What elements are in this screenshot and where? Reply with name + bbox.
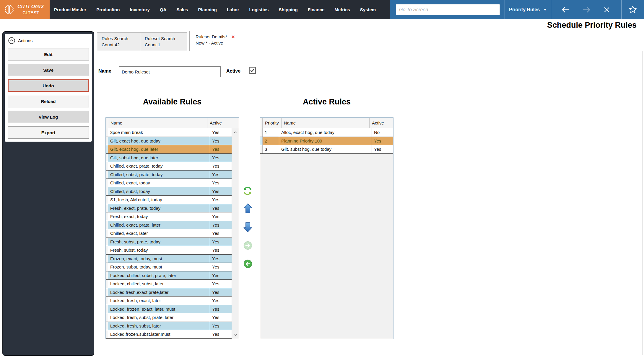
rule-name-cell[interactable]: Frozen, exact, today, must	[108, 255, 210, 263]
nav-menu-item[interactable]: Finance	[308, 7, 325, 12]
nav-menu-item[interactable]: Metrics	[334, 7, 350, 12]
rule-name-cell[interactable]: Gilt, exact hog, due today	[108, 137, 210, 145]
column-header-name[interactable]: Name	[108, 118, 207, 128]
move-up-icon[interactable]	[243, 203, 252, 213]
active-checkbox[interactable]	[249, 67, 256, 74]
available-rule-row[interactable]: Chilled, exact, prate, later Yes	[106, 221, 232, 230]
rule-active-cell[interactable]: Yes	[210, 238, 232, 246]
available-rule-row[interactable]: S1, fresh, AM cutoff, today Yes	[106, 196, 232, 204]
rule-active-cell[interactable]: Yes	[210, 171, 232, 179]
available-rule-row[interactable]: Chilled, exact, today Yes	[106, 179, 232, 187]
rule-active-cell[interactable]: Yes	[210, 212, 232, 221]
tab-ruleset-search[interactable]: Ruleset Search Count 1	[140, 32, 187, 51]
nav-menu-item[interactable]: Labor	[227, 7, 239, 12]
action-button[interactable]: Save	[8, 64, 89, 76]
available-rule-row[interactable]: Gilt, exact hog, due today Yes	[106, 137, 232, 145]
nav-menu-item[interactable]: Sales	[176, 7, 188, 12]
nav-menu-item[interactable]: System	[360, 7, 376, 12]
rule-active-cell[interactable]: Yes	[210, 154, 232, 162]
available-rule-row[interactable]: Frozen, subst, today, must Yes	[106, 263, 232, 271]
action-button[interactable]: Edit	[8, 48, 89, 60]
rule-name-cell[interactable]: Fresh, subst, prate, today	[108, 238, 210, 246]
rule-name-cell[interactable]: Alloc, exact hog, due today	[279, 128, 372, 137]
rule-name-cell[interactable]: S1, fresh, AM cutoff, today	[108, 196, 210, 204]
rule-name-cell[interactable]: Locked,frozen,subst,later,must	[108, 330, 210, 338]
rule-active-cell[interactable]: Yes	[372, 145, 393, 153]
available-rule-row[interactable]: Frozen, exact, today, must Yes	[106, 255, 232, 263]
close-icon[interactable]	[601, 4, 613, 16]
action-button[interactable]: Undo	[8, 79, 89, 92]
column-header-active[interactable]: Active	[370, 118, 393, 128]
nav-menu-item[interactable]: Planning	[198, 7, 217, 12]
forward-arrow-icon[interactable]	[580, 4, 592, 16]
move-down-icon[interactable]	[243, 222, 252, 232]
available-rule-row[interactable]: Locked,frozen,subst,later,must Yes	[106, 330, 232, 339]
back-arrow-icon[interactable]	[560, 4, 572, 16]
available-rule-row[interactable]: Fresh, subst, today Yes	[106, 246, 232, 255]
goto-screen-input[interactable]	[396, 4, 500, 15]
rule-name-cell[interactable]: Chilled, exact, prate, later	[108, 221, 210, 229]
available-rule-row[interactable]: Chilled, exact, later Yes	[106, 229, 232, 238]
rule-name-cell[interactable]: Locked, frozen, exact, later, must	[108, 305, 210, 313]
rule-active-cell[interactable]: Yes	[210, 271, 232, 280]
rule-name-cell[interactable]: Fresh, subst, today	[108, 246, 210, 254]
rule-active-cell[interactable]: Yes	[210, 255, 232, 263]
favorite-star-button[interactable]	[622, 0, 644, 19]
rule-name-cell[interactable]: Chilled, exact, today	[108, 179, 210, 187]
nav-menu-item[interactable]: Product Master	[54, 7, 86, 12]
rule-name-cell[interactable]: Locked,fresh,exact,prate,later	[108, 288, 210, 297]
tab-ruleset-details[interactable]: Ruleset Details* ✕ New * - Active	[189, 31, 252, 51]
rule-active-cell[interactable]: Yes	[210, 263, 232, 271]
active-rule-row[interactable]: 1 Alloc, exact hog, due today No	[260, 128, 393, 137]
refresh-icon[interactable]	[243, 186, 253, 196]
rule-name-cell[interactable]: Fresh, exact, prate, today	[108, 204, 210, 212]
column-header-active[interactable]: Active	[207, 118, 232, 128]
rule-name-cell[interactable]: Gilt, exact hog, due later	[108, 145, 210, 153]
rule-active-cell[interactable]: Yes	[210, 221, 232, 229]
available-rule-row[interactable]: Locked,fresh,exact,prate,later Yes	[106, 288, 232, 297]
rule-name-cell[interactable]: Fresh, exact, today	[108, 212, 210, 221]
screen-selector-dropdown[interactable]: Priority Rules ▼	[505, 0, 551, 19]
rule-active-cell[interactable]: Yes	[210, 145, 232, 153]
rule-name-cell[interactable]: Chilled, exact, later	[108, 229, 210, 238]
move-left-icon[interactable]	[243, 259, 252, 268]
available-rule-row[interactable]: Fresh, exact, today Yes	[106, 212, 232, 221]
rule-name-cell[interactable]: Gilt, subst hog, due later	[108, 154, 210, 162]
action-button[interactable]: Reload	[8, 95, 89, 107]
available-rule-row[interactable]: Locked, fresh, subst, prate, later Yes	[106, 313, 232, 322]
rule-active-cell[interactable]: Yes	[210, 162, 232, 170]
rule-active-cell[interactable]: Yes	[210, 187, 232, 196]
rule-active-cell[interactable]: No	[372, 128, 393, 137]
nav-menu-item[interactable]: Production	[96, 7, 120, 12]
available-rule-row[interactable]: Chilled, subst, today Yes	[106, 187, 232, 196]
vertical-scrollbar[interactable]	[232, 128, 239, 339]
rule-name-cell[interactable]: 3pce main break	[108, 128, 210, 137]
rule-active-cell[interactable]: Yes	[210, 305, 232, 313]
available-rule-row[interactable]: Locked, fresh, subst, later Yes	[106, 322, 232, 330]
chevron-up-circle-icon[interactable]	[8, 37, 15, 44]
rule-name-cell[interactable]: Frozen, subst, today, must	[108, 263, 210, 271]
nav-menu-item[interactable]: Inventory	[130, 7, 150, 12]
rule-active-cell[interactable]: Yes	[372, 137, 393, 145]
available-rule-row[interactable]: Locked, chilled, subst, later Yes	[106, 280, 232, 288]
available-rule-row[interactable]: Fresh, subst, prate, today Yes	[106, 238, 232, 246]
action-button[interactable]: Export	[8, 126, 89, 139]
column-header-name[interactable]: Name	[282, 118, 370, 128]
rule-priority-cell[interactable]: 1	[263, 128, 279, 137]
rule-name-cell[interactable]: Gilt, subst hog, due today	[279, 145, 372, 153]
available-rule-row[interactable]: Gilt, exact hog, due later Yes	[106, 145, 232, 154]
rule-active-cell[interactable]: Yes	[210, 196, 232, 204]
rule-name-cell[interactable]: Locked, fresh, subst, later	[108, 322, 210, 330]
available-rule-row[interactable]: Locked, fresh, exact, later Yes	[106, 297, 232, 305]
rule-active-cell[interactable]: Yes	[210, 280, 232, 288]
available-rule-row[interactable]: Locked, chilled, subst, prate, later Yes	[106, 271, 232, 280]
rule-name-cell[interactable]: Chilled, exact, prate, today	[108, 162, 210, 170]
rule-priority-cell[interactable]: 3	[263, 145, 279, 153]
ruleset-name-input[interactable]	[119, 66, 221, 77]
rule-active-cell[interactable]: Yes	[210, 322, 232, 330]
rule-active-cell[interactable]: Yes	[210, 229, 232, 238]
available-rule-row[interactable]: Fresh, exact, prate, today Yes	[106, 204, 232, 213]
active-rule-row[interactable]: 2 Planning Priority 100 Yes	[260, 137, 393, 145]
rule-name-cell[interactable]: Chilled, subst, prate, today	[108, 171, 210, 179]
available-rule-row[interactable]: Chilled, subst, prate, today Yes	[106, 171, 232, 179]
